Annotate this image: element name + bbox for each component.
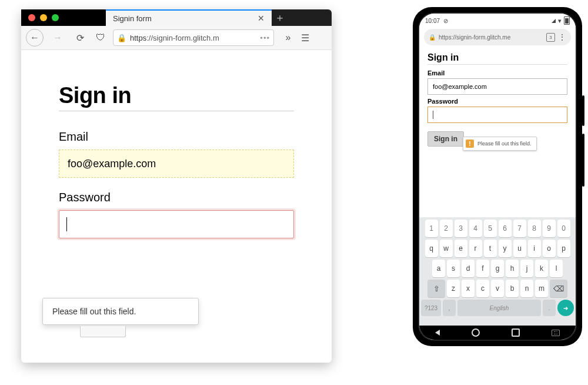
password-label: Password (427, 98, 567, 105)
signin-button[interactable]: Sign in (427, 131, 464, 147)
key-k[interactable]: k (535, 260, 548, 277)
text-caret (433, 111, 433, 119)
key-0[interactable]: 0 (557, 220, 570, 237)
key-u[interactable]: u (513, 240, 526, 257)
status-bar: 10:07 ⊘ ▾ (419, 14, 576, 28)
tab-count-button[interactable]: 3 (546, 33, 555, 42)
key-5[interactable]: 5 (484, 220, 497, 237)
tab-title: Signin form (113, 14, 152, 23)
nav-recent-icon[interactable] (512, 328, 520, 337)
key-m[interactable]: m (535, 280, 548, 297)
close-icon[interactable] (28, 14, 35, 21)
key-o[interactable]: o (543, 240, 556, 257)
page-content: Sign in Email foo@example.com Password (21, 50, 332, 238)
key-v[interactable]: v (491, 280, 504, 297)
address-bar[interactable]: 🔒 https://signin-form.glitch.m ••• (113, 29, 274, 46)
shift-key[interactable]: ⇧ (427, 280, 445, 297)
email-field[interactable]: foo@example.com (427, 78, 567, 95)
key-p[interactable]: p (557, 240, 570, 257)
key-s[interactable]: s (447, 260, 460, 277)
do-not-disturb-icon: ⊘ (443, 18, 448, 24)
key-8[interactable]: 8 (528, 220, 541, 237)
key-f[interactable]: f (476, 260, 489, 277)
forward-button[interactable]: → (49, 29, 66, 46)
key-3[interactable]: 3 (455, 220, 467, 237)
minimize-icon[interactable] (40, 14, 47, 21)
email-label: Email (427, 69, 567, 77)
key-y[interactable]: y (499, 240, 512, 257)
email-value: foo@example.com (68, 158, 156, 170)
mode-key[interactable]: ?123 (421, 300, 441, 316)
key-x[interactable]: x (462, 280, 475, 297)
key-j[interactable]: j (520, 260, 533, 277)
window-titlebar: Signin form ✕ ＋ (21, 9, 332, 26)
key-7[interactable]: 7 (513, 220, 526, 237)
shield-icon[interactable]: 🛡 (94, 32, 107, 43)
password-field[interactable] (59, 210, 294, 238)
validation-message: Please fill out this field. (477, 141, 532, 147)
kbd-row-numbers: 1234567890 (421, 220, 574, 237)
text-caret (66, 217, 67, 231)
phone-device-frame: 10:07 ⊘ ▾ 🔒 https://signin-form.glitch.m… (413, 7, 582, 346)
key-h[interactable]: h (506, 260, 519, 277)
key-w[interactable]: w (440, 240, 453, 257)
nav-back-icon[interactable] (435, 330, 440, 336)
key-d[interactable]: d (462, 260, 475, 277)
nav-home-icon[interactable] (472, 328, 480, 337)
key-l[interactable]: l (550, 260, 563, 277)
android-nav-bar (419, 326, 576, 340)
tab-close-icon[interactable]: ✕ (258, 14, 265, 23)
key-6[interactable]: 6 (499, 220, 512, 237)
space-key[interactable]: English (457, 300, 541, 316)
signin-button-obscured[interactable] (80, 326, 126, 337)
back-button[interactable]: ← (26, 29, 44, 47)
maximize-icon[interactable] (52, 14, 59, 21)
nav-keyboard-icon[interactable] (552, 330, 560, 336)
browser-toolbar: ← → ⟳ 🛡 🔒 https://signin-form.glitch.m •… (21, 26, 332, 50)
backspace-key[interactable]: ⌫ (550, 280, 567, 297)
key-9[interactable]: 9 (543, 220, 556, 237)
key-e[interactable]: e (455, 240, 467, 257)
period-key[interactable]: . (543, 300, 556, 316)
menu-icon[interactable]: ⋮ (558, 32, 566, 42)
page-title: Sign in (427, 52, 567, 63)
mobile-address-bar[interactable]: 🔒 https://signin-form.glitch.me 3 ⋮ (424, 29, 571, 45)
page-title: Sign in (59, 83, 294, 108)
kbd-row-a: asdfghjkl (421, 260, 574, 277)
title-divider (427, 64, 567, 65)
key-4[interactable]: 4 (469, 220, 482, 237)
key-r[interactable]: r (469, 240, 482, 257)
key-t[interactable]: t (484, 240, 497, 257)
browser-tab[interactable]: Signin form ✕ (106, 9, 272, 26)
key-c[interactable]: c (476, 280, 489, 297)
validation-tooltip: Please fill out this field. (42, 298, 199, 325)
new-tab-button[interactable]: ＋ (272, 9, 288, 26)
phone-screen: 10:07 ⊘ ▾ 🔒 https://signin-form.glitch.m… (418, 12, 577, 341)
key-b[interactable]: b (506, 280, 519, 297)
mobile-page-content: Sign in Email foo@example.com Password S… (419, 49, 576, 147)
key-z[interactable]: z (447, 280, 460, 297)
reload-button[interactable]: ⟳ (72, 29, 88, 46)
key-1[interactable]: 1 (425, 220, 438, 237)
key-g[interactable]: g (491, 260, 504, 277)
wifi-icon: ▾ (558, 17, 562, 25)
key-2[interactable]: 2 (440, 220, 453, 237)
menu-icon[interactable]: ☰ (299, 32, 312, 44)
password-field[interactable] (427, 107, 567, 123)
key-q[interactable]: q (425, 240, 438, 257)
key-n[interactable]: n (520, 280, 533, 297)
soft-keyboard: 1234567890 qwertyuiop asdfghjkl ⇧zxcvbnm… (419, 217, 576, 326)
warning-icon: ! (466, 140, 474, 148)
signal-icon (552, 19, 556, 23)
kbd-row-z: ⇧zxcvbnm⌫ (421, 280, 574, 297)
window-controls (21, 9, 106, 26)
key-a[interactable]: a (432, 260, 445, 277)
email-field[interactable]: foo@example.com (59, 150, 294, 178)
key-i[interactable]: i (528, 240, 541, 257)
url-text: https://signin-form.glitch.m (130, 34, 256, 42)
status-time: 10:07 (425, 18, 440, 24)
overflow-icon[interactable]: » (280, 32, 293, 43)
page-actions-icon[interactable]: ••• (260, 34, 270, 42)
comma-key[interactable]: , (443, 300, 456, 316)
enter-key[interactable]: ➜ (557, 300, 574, 316)
